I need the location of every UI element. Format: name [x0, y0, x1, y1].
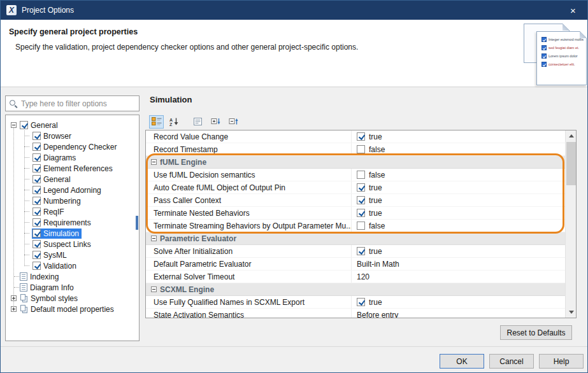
group-row-fuml-engine[interactable]: fUML Engine: [146, 156, 565, 169]
tree-item-reqif[interactable]: ReqIF: [6, 206, 139, 217]
tree-item-label: Diagram Info: [30, 283, 74, 292]
option-row-auto-create-fuml-object-of-output-pin[interactable]: Auto Create fUML Object of Output Pintru…: [146, 181, 565, 194]
item-checkbox[interactable]: [32, 240, 41, 248]
option-row-use-fully-qualified-names-in-scxml-export[interactable]: Use Fully Qualified Names in SCXML Expor…: [146, 296, 565, 309]
tree-item-label: Numbering: [43, 197, 81, 206]
tree-item-diagrams[interactable]: Diagrams: [6, 152, 139, 163]
option-row-external-solver-timeout[interactable]: External Solver Timeout120: [146, 271, 565, 283]
item-checkbox[interactable]: [32, 262, 41, 270]
alphabetical-sort-icon[interactable]: AZ: [167, 115, 182, 129]
item-checkbox[interactable]: [32, 208, 41, 216]
option-row-state-activation-semantics[interactable]: State Activation SemanticsBefore entry: [146, 309, 565, 318]
tree-item-label: Browser: [43, 132, 71, 141]
item-checkbox[interactable]: [32, 218, 41, 227]
item-checkbox[interactable]: [32, 229, 41, 237]
value-checkbox[interactable]: [357, 298, 365, 306]
expand-toggle-icon[interactable]: [11, 295, 17, 301]
cancel-button[interactable]: Cancel: [489, 354, 534, 369]
tree-item-dependency-checker[interactable]: Dependency Checker: [6, 141, 139, 152]
tree-item-label: Requirements: [43, 218, 91, 227]
option-row-record-value-change[interactable]: Record Value Changetrue: [146, 130, 565, 143]
tree-item-default-model-properties[interactable]: Default model properties: [6, 304, 139, 314]
value-checkbox[interactable]: [357, 222, 365, 230]
value-cell: true: [351, 130, 565, 143]
tree-item-suspect-links[interactable]: Suspect Links: [6, 239, 139, 250]
tree-item-validation[interactable]: Validation: [6, 260, 139, 271]
value-checkbox[interactable]: [357, 145, 365, 153]
option-row-pass-caller-context[interactable]: Pass Caller Contexttrue: [146, 194, 565, 207]
scrollbar-track[interactable]: [565, 130, 576, 318]
arrow-up-icon: [569, 134, 574, 137]
check-icon: [541, 53, 547, 59]
item-checkbox[interactable]: [32, 186, 41, 194]
group-row-parametric-evaluator[interactable]: Parametric Evaluator: [146, 232, 565, 245]
scrollbar-thumb[interactable]: [566, 142, 576, 185]
tree-item-indexing[interactable]: Indexing: [6, 271, 139, 282]
tree-item-general[interactable]: General: [6, 174, 139, 185]
tree-item-label: Suspect Links: [43, 240, 91, 249]
tree-item-sysml[interactable]: SysML: [6, 250, 139, 260]
tree-item-body: Dependency Checker: [32, 142, 119, 152]
option-row-terminate-nested-behaviors[interactable]: Terminate Nested Behaviorstrue: [146, 207, 565, 220]
collapse-all-icon[interactable]: [226, 115, 241, 129]
value-text[interactable]: 120: [357, 272, 369, 281]
panel-title: Simulation: [150, 95, 192, 104]
group-row-scxml-engine[interactable]: SCXML Engine: [146, 283, 565, 296]
expand-toggle-icon[interactable]: [11, 306, 17, 312]
tree-item-numbering[interactable]: Numbering: [6, 195, 139, 206]
option-row-use-fuml-decision-semantics[interactable]: Use fUML Decision semanticsfalse: [146, 169, 565, 181]
tree-scrollbar-thumb[interactable]: [136, 216, 138, 230]
item-checkbox[interactable]: [32, 143, 41, 151]
value-text: false: [369, 171, 385, 179]
reset-to-defaults-button[interactable]: Reset to Defaults: [500, 325, 572, 340]
option-row-solve-after-initialization[interactable]: Solve After Initializationtrue: [146, 245, 565, 258]
item-checkbox[interactable]: [32, 251, 41, 259]
collapse-group-icon[interactable]: [151, 286, 157, 292]
close-button[interactable]: ×: [559, 1, 587, 20]
collapse-toggle-icon[interactable]: [11, 122, 17, 128]
scroll-up-button[interactable]: [566, 130, 577, 141]
dialog-header: Specify general project properties Speci…: [1, 20, 587, 87]
value-text: true: [369, 183, 382, 192]
tree-item-browser[interactable]: Browser: [6, 130, 139, 141]
option-row-terminate-streaming-behaviors-by-output-parameter-mu[interactable]: Terminate Streaming Behaviors by Output …: [146, 220, 565, 232]
option-row-default-parametric-evaluator[interactable]: Default Parametric EvaluatorBuilt-in Mat…: [146, 258, 565, 271]
tree-item-diagram-info[interactable]: Diagram Info: [6, 282, 139, 293]
item-checkbox[interactable]: [32, 164, 41, 172]
value-cell: true: [351, 296, 565, 308]
checklist-row: Lorem ipsum dolor: [541, 53, 584, 59]
ok-button[interactable]: OK: [440, 354, 484, 369]
value-checkbox[interactable]: [357, 196, 365, 204]
tree-item-general[interactable]: General: [6, 120, 139, 130]
value-text[interactable]: Before entry: [357, 311, 398, 318]
filter-input[interactable]: [21, 99, 136, 108]
collapse-group-icon[interactable]: [151, 159, 157, 165]
value-checkbox[interactable]: [357, 171, 365, 179]
scroll-down-button[interactable]: [566, 307, 577, 318]
value-checkbox[interactable]: [357, 247, 365, 255]
tree-item-requirements[interactable]: Requirements: [6, 217, 139, 228]
expand-all-icon[interactable]: [208, 115, 223, 129]
tree-item-element-references[interactable]: Element References: [6, 163, 139, 174]
value-text: true: [369, 132, 382, 141]
item-checkbox[interactable]: [32, 153, 41, 162]
help-button[interactable]: Help: [539, 354, 584, 369]
tree-item-symbol-styles[interactable]: Symbol styles: [6, 293, 139, 304]
item-checkbox[interactable]: [20, 121, 28, 129]
arrow-down-icon: [569, 311, 574, 314]
value-checkbox[interactable]: [357, 209, 365, 217]
tree-item-body: Diagram Info: [19, 283, 76, 293]
value-text[interactable]: Built-in Math: [357, 260, 399, 269]
item-checkbox[interactable]: [32, 197, 41, 205]
tree-item-legend-adorning[interactable]: Legend Adorning: [6, 185, 139, 195]
collapse-group-icon[interactable]: [151, 236, 157, 241]
show-description-icon[interactable]: [190, 115, 205, 129]
tree-item-simulation[interactable]: Simulation: [6, 228, 139, 239]
item-checkbox[interactable]: [32, 175, 41, 183]
value-checkbox[interactable]: [357, 132, 365, 141]
item-checkbox[interactable]: [32, 132, 41, 140]
categorized-view-icon[interactable]: [149, 115, 164, 129]
value-checkbox[interactable]: [357, 183, 365, 192]
option-row-record-timestamp[interactable]: Record Timestampfalse: [146, 143, 565, 156]
checklist-row: consectetuer elit.: [541, 62, 584, 67]
